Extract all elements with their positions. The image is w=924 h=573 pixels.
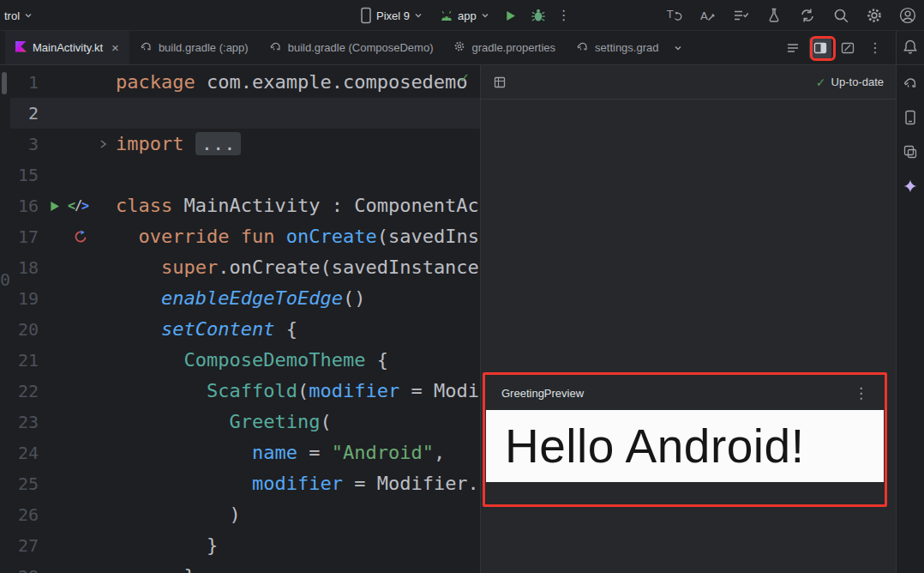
notifications-button[interactable] [901, 38, 920, 57]
code-text: setContent { [116, 314, 297, 345]
stripe-artifact-label: 0 [0, 269, 10, 290]
line-number: 19 [10, 283, 39, 314]
editor-mode-split-button[interactable] [809, 37, 831, 59]
user-avatar[interactable] [898, 6, 917, 25]
tab-settings-grad[interactable]: settings.grad [566, 31, 669, 64]
code-token: ( [297, 380, 309, 401]
checklist-icon [732, 7, 749, 24]
preview-card[interactable]: GreetingPreview ⋮ Hello Android! [486, 376, 884, 482]
line-number: 28 [10, 561, 39, 573]
line-number: 2 [10, 98, 39, 129]
preview-status: ✓ Up-to-date [816, 75, 884, 89]
override-gutter-icon[interactable] [74, 230, 87, 244]
chevron-down-icon [481, 11, 489, 20]
line-number: 22 [10, 376, 39, 407]
editor-preview-divider[interactable] [480, 65, 481, 573]
code-token: Scaffold [207, 380, 297, 401]
running-devices-button[interactable] [901, 142, 920, 161]
tab-gradle-properties[interactable]: gradle.properties [443, 31, 566, 64]
more-run-actions-button[interactable]: ⋮ [555, 6, 573, 25]
translate-icon: T [665, 7, 682, 24]
tab-label: build.gradle (:app) [159, 41, 249, 54]
gemini-button[interactable] [901, 177, 920, 196]
gear-icon [866, 7, 883, 24]
device-selector[interactable]: Pixel 9 [360, 7, 423, 24]
debug-button[interactable] [529, 6, 548, 25]
code-text: } [116, 530, 218, 561]
gradle-file-icon [576, 40, 589, 56]
compose-preview-panel: ✓ Up-to-date GreetingPreview ⋮ Hello And… [481, 65, 896, 573]
code-editor[interactable]: 1package com.example.composedemo23import… [10, 65, 480, 573]
code-token: .onCreate(savedInstance [218, 256, 479, 278]
ai-edit-button[interactable]: A [698, 6, 717, 25]
preview-layout-icon[interactable] [493, 75, 507, 89]
code-token [274, 226, 285, 247]
flask-button[interactable] [765, 6, 783, 25]
checklist-button[interactable] [731, 6, 750, 25]
main-toolbar: trol Pixel 9 app [0, 0, 924, 31]
code-mode-icon [785, 40, 801, 56]
code-text: class MainActivity : ComponentAc [116, 190, 479, 221]
compose-gutter-icon[interactable]: </> [68, 190, 88, 221]
translate-button[interactable]: T [664, 6, 683, 25]
device-name: Pixel 9 [376, 9, 410, 22]
code-token: () [343, 287, 366, 309]
tab-mainactivity-kt[interactable]: MainActivity.kt× [5, 31, 129, 64]
code-line-27: 27 } [10, 530, 480, 561]
code-token: package [116, 71, 195, 93]
editor-tab-bar: MainActivity.kt×build.gradle (:app)build… [0, 31, 924, 65]
code-token: } [207, 534, 218, 556]
ellipsis-icon: ⋮ [868, 41, 882, 55]
line-number: 3 [10, 129, 39, 160]
editor-mode-code-button[interactable] [782, 37, 804, 59]
chevron-down-icon [414, 11, 423, 20]
search-everywhere-button[interactable] [831, 6, 850, 25]
code-text: ) [116, 499, 241, 530]
code-text: ComposeDemoTheme { [116, 345, 388, 376]
bell-icon [902, 39, 919, 56]
code-line-28: 28 } [10, 561, 480, 573]
code-line-3: 3import ... [10, 129, 480, 160]
line-number: 23 [10, 407, 39, 437]
line-number: 1 [10, 67, 39, 98]
gear-file-icon [453, 40, 465, 55]
run-configuration-selector[interactable]: app [440, 9, 489, 22]
code-line-15: 15 [10, 160, 480, 190]
hidden-tabs-chevron[interactable] [669, 31, 687, 64]
code-token[interactable]: ... [195, 132, 242, 155]
device-manager-button[interactable] [901, 108, 920, 127]
tab-build-gradle-app[interactable]: build.gradle (:app) [129, 31, 259, 64]
code-token: ComposeDemoTheme [183, 349, 365, 371]
fold-arrow-icon[interactable] [98, 129, 108, 160]
code-token: modifier [309, 380, 399, 401]
code-token: setContent [161, 318, 274, 340]
svg-text:A: A [700, 9, 708, 22]
run-gutter-icon[interactable] [48, 200, 61, 213]
code-line-18: 18 super.onCreate(savedInstance [10, 252, 480, 283]
code-line-2: 2 [10, 98, 480, 129]
sync-project-button[interactable] [798, 6, 817, 25]
code-token: com.example.composedemo [195, 71, 468, 93]
preview-greeting-text: Hello Android! [505, 419, 804, 473]
code-line-17: 17 override fun onCreate(savedIns [10, 221, 480, 252]
close-tab-icon[interactable]: × [111, 40, 119, 55]
inspection-ok-icon[interactable]: ✓ [459, 70, 470, 86]
editor-mode-design-button[interactable] [837, 37, 859, 59]
preview-card-menu-icon[interactable]: ⋮ [854, 384, 868, 402]
code-token: import [116, 133, 183, 154]
code-line-21: 21 ComposeDemoTheme { [10, 345, 480, 376]
ai-edit-icon: A [699, 7, 716, 24]
code-token: { [365, 349, 388, 371]
code-line-19: 19 enableEdgeToEdge() [10, 283, 480, 314]
settings-button[interactable] [865, 6, 884, 25]
run-button[interactable] [501, 6, 520, 25]
gradle-file-icon [140, 40, 153, 56]
editor-more-options-button[interactable]: ⋮ [864, 37, 886, 59]
code-token: MainActivity : ComponentAc [172, 195, 479, 216]
code-text: } [116, 561, 195, 573]
gradle-tool-button[interactable] [901, 74, 920, 93]
vcs-widget[interactable]: trol [4, 9, 33, 22]
code-text: Scaffold(modifier = Modi [116, 376, 479, 407]
tab-build-gradle-composedemo[interactable]: build.gradle (ComposeDemo) [259, 31, 444, 64]
code-token: (savedIns [377, 226, 479, 247]
